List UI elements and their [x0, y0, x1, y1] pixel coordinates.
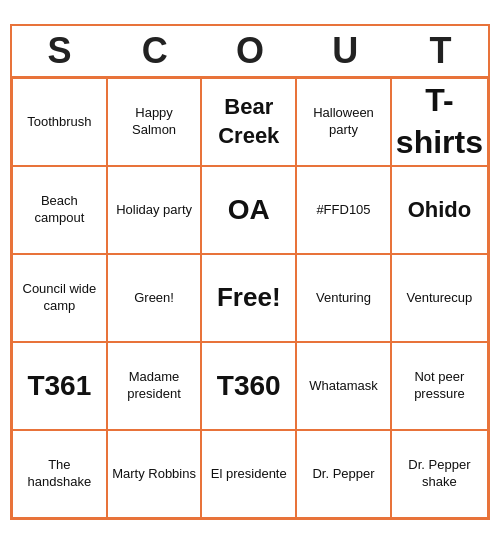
bingo-cell-2: Bear Creek: [201, 78, 296, 166]
bingo-cell-14: Venturecup: [391, 254, 488, 342]
bingo-cell-17: T360: [201, 342, 296, 430]
bingo-cell-9: Ohido: [391, 166, 488, 254]
header-letter-o: O: [202, 26, 297, 76]
header-letter-t: T: [393, 26, 488, 76]
bingo-cell-8: #FFD105: [296, 166, 391, 254]
bingo-cell-5: Beach campout: [12, 166, 107, 254]
bingo-cell-7: OA: [201, 166, 296, 254]
bingo-cell-22: El presidente: [201, 430, 296, 518]
header-row: SCOUT: [12, 26, 488, 78]
bingo-cell-18: Whatamask: [296, 342, 391, 430]
bingo-cell-0: Toothbrush: [12, 78, 107, 166]
bingo-cell-11: Green!: [107, 254, 202, 342]
bingo-cell-24: Dr. Pepper shake: [391, 430, 488, 518]
bingo-cell-1: Happy Salmon: [107, 78, 202, 166]
bingo-cell-4: T-shirts: [391, 78, 488, 166]
bingo-cell-15: T361: [12, 342, 107, 430]
bingo-cell-6: Holiday party: [107, 166, 202, 254]
header-letter-u: U: [298, 26, 393, 76]
bingo-cell-10: Council wide camp: [12, 254, 107, 342]
bingo-cell-20: The handshake: [12, 430, 107, 518]
bingo-cell-3: Halloween party: [296, 78, 391, 166]
bingo-card: SCOUT ToothbrushHappy SalmonBear CreekHa…: [10, 24, 490, 520]
bingo-grid: ToothbrushHappy SalmonBear CreekHallowee…: [12, 78, 488, 518]
bingo-cell-16: Madame president: [107, 342, 202, 430]
bingo-cell-19: Not peer pressure: [391, 342, 488, 430]
header-letter-s: S: [12, 26, 107, 76]
header-letter-c: C: [107, 26, 202, 76]
bingo-cell-13: Venturing: [296, 254, 391, 342]
bingo-cell-23: Dr. Pepper: [296, 430, 391, 518]
bingo-cell-21: Marty Robbins: [107, 430, 202, 518]
bingo-cell-12: Free!: [201, 254, 296, 342]
